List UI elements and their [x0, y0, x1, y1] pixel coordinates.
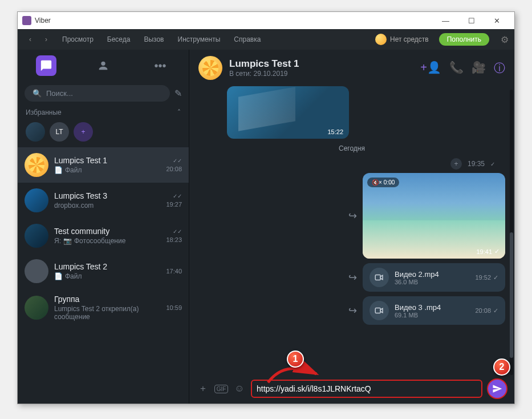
minimize-button[interactable]: —	[433, 13, 458, 29]
chat-time: 17:40	[166, 268, 182, 275]
messages-area: 15:22 Сегодня + 19:35 ✓ ↪ 🔇× 0:00	[189, 86, 514, 374]
message-time: 19:52	[475, 274, 491, 281]
message-file[interactable]: Видео 3 .mp4 69.1 MB 20:08✓	[363, 296, 505, 325]
input-bar: + GIF ☺	[189, 374, 514, 404]
favorite-avatar[interactable]: LT	[50, 122, 69, 142]
sidebar: ••• 🔍 Поиск... ✎ Избранные ˄ LT + Lumpic…	[18, 50, 189, 404]
chat-main: Lumpics Test 1 В сети: 29.10.2019 +👤 📞 🎥…	[189, 50, 514, 404]
add-contact-icon[interactable]: +👤	[420, 61, 441, 76]
read-tick-icon: ✓✓	[173, 158, 182, 164]
send-button[interactable]	[487, 378, 507, 399]
annotation-marker-1: 1	[287, 350, 304, 368]
chat-preview: dropbox.com	[54, 202, 160, 210]
message-time: 20:08	[475, 307, 491, 314]
read-tick-icon: ✓✓	[173, 193, 182, 199]
menu-view[interactable]: Просмотр	[55, 35, 100, 43]
file-size: 36.0 MB	[395, 279, 469, 285]
chat-name: Lumpics Test 3	[54, 191, 160, 200]
balance-avatar-icon	[375, 34, 387, 45]
attach-icon[interactable]: +	[196, 383, 210, 394]
scrollbar-thumb[interactable]	[510, 232, 513, 358]
info-icon[interactable]: ⓘ	[494, 61, 505, 76]
annotation-marker-2: 2	[493, 358, 510, 376]
read-tick-icon: ✓	[493, 307, 498, 315]
menu-help[interactable]: Справка	[227, 35, 267, 43]
search-icon: 🔍	[33, 89, 42, 98]
read-tick-icon: ✓	[493, 274, 498, 281]
message-time: 15:22	[327, 128, 343, 135]
date-separator: Сегодня	[198, 144, 505, 152]
chat-header: Lumpics Test 1 В сети: 29.10.2019 +👤 📞 🎥…	[189, 50, 514, 86]
menu-chat[interactable]: Беседа	[100, 35, 137, 43]
tab-contacts-icon[interactable]	[93, 55, 113, 76]
chat-status: В сети: 29.10.2019	[229, 70, 299, 78]
compose-icon[interactable]: ✎	[174, 88, 182, 99]
chat-row[interactable]: Lumpics Test 3 dropbox.com ✓✓19:27	[18, 183, 189, 218]
favorites-label: Избранные	[26, 108, 62, 116]
menubar: ‹ › Просмотр Беседа Вызов Инструменты Сп…	[18, 29, 514, 50]
message-image[interactable]: 15:22	[227, 86, 349, 139]
mute-icon: 🔇×	[372, 179, 382, 186]
balance-text: Нет средств	[390, 35, 429, 43]
forward-icon[interactable]: ↪	[348, 210, 357, 222]
gif-icon[interactable]: GIF	[214, 385, 228, 393]
chat-preview: 📄Файл	[54, 272, 160, 280]
menu-tools[interactable]: Инструменты	[171, 35, 228, 43]
chat-name: Test community	[54, 227, 160, 236]
file-size: 69.1 MB	[395, 312, 469, 319]
svg-rect-2	[375, 308, 380, 313]
chat-name: Lumpics Test 2	[54, 262, 160, 271]
topup-button[interactable]: Пополнить	[439, 33, 489, 46]
video-call-icon[interactable]: 🎥	[472, 61, 486, 76]
svg-point-0	[101, 62, 105, 66]
tab-more-icon[interactable]: •••	[150, 55, 170, 76]
chat-avatar[interactable]	[198, 56, 222, 80]
chat-row[interactable]: Группа Lumpics Test 2 открепил(а) сообще…	[18, 289, 189, 327]
chat-avatar-icon	[25, 224, 48, 248]
app-window: Viber — ☐ ✕ ‹ › Просмотр Беседа Вызов Ин…	[17, 11, 515, 404]
read-tick-icon: ✓	[494, 248, 499, 255]
titlebar: Viber — ☐ ✕	[18, 12, 514, 29]
chat-avatar-icon	[25, 259, 48, 283]
message-video[interactable]: 🔇× 0:00 19:41 ✓	[363, 173, 505, 259]
chat-avatar-icon	[25, 296, 48, 320]
nav-forward-button[interactable]: ›	[39, 33, 53, 46]
nav-back-button[interactable]: ‹	[23, 33, 37, 46]
maximize-button[interactable]: ☐	[458, 13, 484, 29]
chat-row[interactable]: Lumpics Test 2 📄Файл 17:40	[18, 253, 189, 289]
favorites-header[interactable]: Избранные ˄	[18, 105, 189, 120]
app-title: Viber	[35, 17, 51, 25]
chat-avatar-icon	[25, 188, 48, 212]
mute-badge: 🔇× 0:00	[367, 178, 399, 187]
chat-preview: Lumpics Test 2 открепил(а) сообщение	[54, 305, 160, 321]
menu-call[interactable]: Вызов	[137, 35, 170, 43]
sticker-icon[interactable]: ☺	[233, 383, 246, 394]
search-input[interactable]: 🔍 Поиск...	[25, 85, 170, 102]
search-placeholder: Поиск...	[46, 89, 73, 98]
chat-preview: 📄Файл	[54, 166, 160, 174]
favorite-avatar[interactable]	[26, 122, 45, 142]
chat-time: ✓✓19:27	[166, 193, 182, 208]
chat-time: ✓✓20:08	[166, 158, 182, 172]
app-icon	[22, 16, 31, 25]
voice-call-icon[interactable]: 📞	[449, 61, 464, 76]
tab-chats-icon[interactable]	[36, 55, 56, 76]
settings-icon[interactable]: ⚙	[501, 34, 509, 45]
chat-time: 10:59	[166, 304, 182, 311]
chat-time: ✓✓18:23	[166, 228, 182, 243]
chat-name: Lumpics Test 1	[54, 156, 160, 165]
video-file-icon	[369, 268, 389, 287]
read-tick-icon: ✓	[490, 161, 495, 167]
add-favorite-button[interactable]: +	[74, 122, 93, 142]
expand-button[interactable]: +	[450, 158, 462, 170]
forward-icon[interactable]: ↪	[348, 271, 357, 284]
file-name: Видео 2.mp4	[395, 270, 469, 279]
forward-icon[interactable]: ↪	[348, 304, 357, 317]
chat-preview: Я:📷Фотосообщение	[54, 237, 160, 245]
chat-title: Lumpics Test 1	[229, 58, 299, 70]
close-button[interactable]: ✕	[484, 13, 510, 29]
message-file[interactable]: Видео 2.mp4 36.0 MB 19:52✓	[363, 263, 505, 292]
video-file-icon	[369, 301, 389, 320]
chat-row[interactable]: Lumpics Test 1 📄Файл ✓✓20:08	[18, 147, 189, 183]
chat-row[interactable]: Test community Я:📷Фотосообщение ✓✓18:23	[18, 218, 189, 253]
